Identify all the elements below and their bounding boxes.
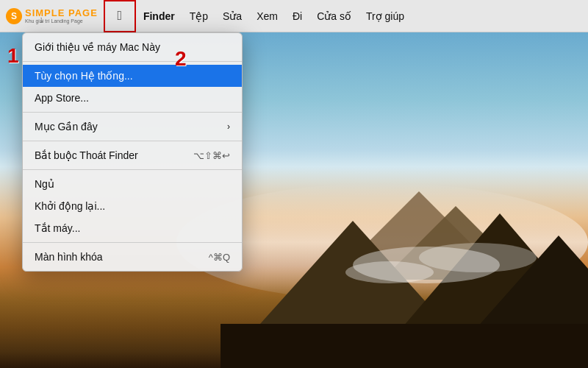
svg-point-7 [419,243,537,272]
apple-menu-button[interactable]:  [104,0,136,32]
menu-xem[interactable]: Xem [249,0,285,32]
svg-rect-5 [220,324,588,368]
topbar: S SIMPLE PAGE Khu giải trí Landing Page … [0,0,588,32]
menu-item-muc-gan-day[interactable]: Mục Gần đây › [23,116,242,138]
menu-tep[interactable]: Tệp [182,0,215,32]
apple-icon:  [118,8,123,24]
logo-text: SIMPLE PAGE Khu giải trí Landing Page [25,8,98,24]
menu-item-tuy-chon[interactable]: Tùy chọn Hệ thống... [23,65,242,87]
menu-tro-giup[interactable]: Trợ giúp [359,0,412,32]
menu-item-man-hinh-khoa[interactable]: Màn hình khóa ^⌘Q [23,246,242,268]
separator-2 [23,112,242,113]
svg-point-8 [345,261,434,283]
logo-title: SIMPLE PAGE [25,8,98,18]
menu-item-tat-may[interactable]: Tắt máy... [23,217,242,239]
menu-sua[interactable]: Sửa [215,0,249,32]
logo-area: S SIMPLE PAGE Khu giải trí Landing Page [0,8,104,24]
annotation-number-2: 2 [175,47,187,71]
apple-dropdown-menu: Giới thiệu về máy Mac Này Tùy chọn Hệ th… [22,32,243,272]
separator-5 [23,242,242,243]
menu-item-khoi-dong-lai[interactable]: Khởi động lại... [23,195,242,217]
logo-icon: S [6,8,22,24]
menu-di[interactable]: Đi [285,0,309,32]
mountain-scene [220,147,588,368]
menu-item-gioi-thieu[interactable]: Giới thiệu về máy Mac Này [23,36,242,58]
menu-finder[interactable]: Finder [136,0,182,32]
separator-3 [23,141,242,141]
separator-1 [23,61,242,62]
annotation-number-1: 1 [7,44,19,68]
logo-subtitle: Khu giải trí Landing Page [25,18,98,24]
separator-4 [23,169,242,170]
menu-item-bat-buoc[interactable]: Bắt buộc Thoát Finder ⌥⇧⌘↩ [23,144,242,166]
menu-bar: Finder Tệp Sửa Xem Đi Cửa số Trợ giúp [136,0,588,32]
menu-item-ngu[interactable]: Ngủ [23,173,242,195]
menu-item-app-store[interactable]: App Store... [23,87,242,109]
menu-cua-so[interactable]: Cửa số [309,0,359,32]
